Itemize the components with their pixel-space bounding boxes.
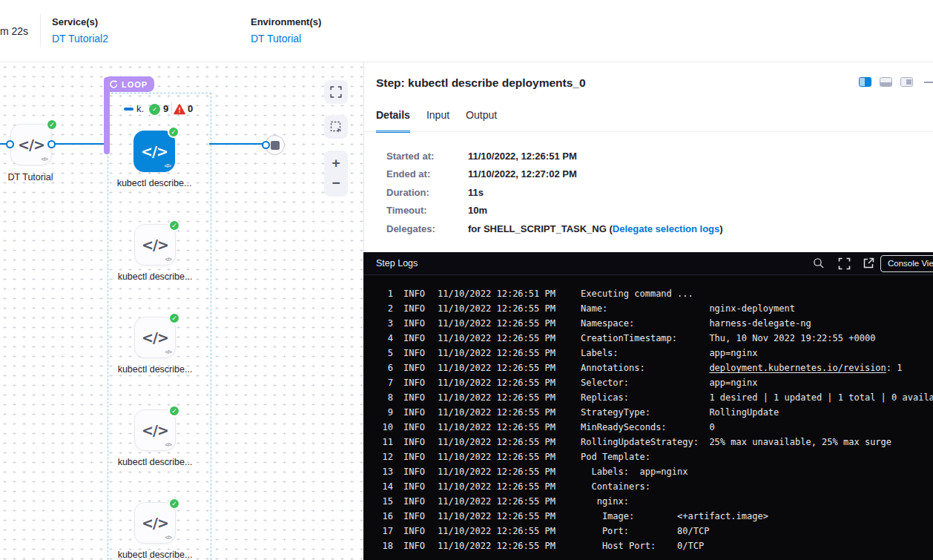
log-timestamp: 11/10/2022 12:26:55 PM — [438, 541, 555, 556]
log-level: INFO — [403, 407, 426, 422]
log-level: INFO — [403, 318, 426, 333]
log-level: INFO — [403, 496, 426, 511]
log-timestamp: 11/10/2022 12:26:55 PM — [438, 496, 555, 511]
log-timestamp: 11/10/2022 12:26:55 PM — [438, 467, 555, 481]
log-message: Image: <+artifact.image> — [581, 511, 768, 526]
step-node-kubectl-describe-2[interactable]: </></>✓ — [134, 317, 176, 358]
step-node-label-1: kubectl describe... — [116, 270, 194, 284]
log-line-2: 2INFO11/10/2022 12:26:55 PMName: nginx-d… — [372, 303, 933, 318]
log-message: Labels: app=nginx — [581, 348, 757, 363]
tab-details[interactable]: Details — [376, 109, 410, 133]
log-message: Name: nginx-deployment — [581, 303, 795, 318]
zoom-in-button[interactable]: + — [324, 155, 348, 171]
success-badge-icon: ✓ — [168, 498, 180, 510]
log-level: INFO — [403, 363, 426, 378]
log-message: Executing command ... — [581, 289, 693, 303]
log-line-number: 12 — [372, 452, 393, 467]
step-node-kubectl-describe-1[interactable]: </></>✓ — [134, 224, 176, 266]
log-timestamp: 11/10/2022 12:26:55 PM — [438, 407, 555, 422]
log-line-17: 17INFO11/10/2022 12:26:55 PM Port: 80/TC… — [372, 526, 933, 541]
log-timestamp: 11/10/2022 12:26:55 PM — [438, 378, 555, 392]
log-level: INFO — [403, 289, 426, 303]
loop-badge-label: LOOP — [122, 80, 148, 89]
log-level: INFO — [403, 481, 426, 496]
log-message: Replicas: 1 desired | 1 updated | 1 tota… — [581, 392, 933, 407]
log-level: INFO — [403, 392, 426, 407]
loop-icon — [109, 80, 118, 88]
minimize-panel-icon[interactable] — [924, 82, 933, 83]
fit-to-screen-button[interactable] — [324, 80, 348, 104]
fullscreen-logs-icon[interactable] — [838, 257, 851, 273]
open-logs-new-tab-icon[interactable] — [863, 257, 874, 272]
log-line-number: 17 — [372, 526, 393, 541]
environments-label: Environment(s) — [251, 16, 321, 27]
log-lines-container[interactable]: 1INFO11/10/2022 12:26:51 PMExecuting com… — [363, 275, 933, 556]
log-line-7: 7INFO11/10/2022 12:26:55 PMSelector: app… — [372, 378, 933, 392]
success-badge-icon: ✓ — [168, 220, 180, 231]
execution-duration: m 22s — [0, 25, 28, 37]
zoom-out-button[interactable]: − — [324, 175, 348, 191]
log-level: INFO — [403, 422, 426, 437]
log-level: INFO — [403, 526, 426, 541]
shell-script-watermark-icon: </> — [165, 441, 171, 448]
field-delegates: Delegates: for SHELL_SCRIPT_TASK_NG (Del… — [386, 220, 723, 238]
port-stage-left — [6, 140, 14, 148]
execution-topbar: m 22s Service(s) DT Tutorial2 Environmen… — [0, 0, 933, 62]
layout-split-view-icon[interactable] — [859, 77, 871, 87]
shell-script-watermark-icon: </> — [165, 256, 171, 263]
shell-script-icon: </> — [141, 143, 168, 159]
log-message: CreationTimestamp: Thu, 10 Nov 2022 19:2… — [581, 333, 875, 348]
log-level: INFO — [403, 378, 426, 392]
stage-node-dt-tutorial[interactable]: </> </> ✓ — [10, 124, 52, 165]
shell-script-icon: </> — [142, 422, 168, 438]
shell-script-icon: </> — [142, 237, 168, 253]
step-logs-panel: Step Logs Console View 1INFO11/10/2022 1… — [363, 252, 933, 560]
delegate-selection-logs-link[interactable]: Delegate selection logs — [613, 223, 720, 234]
tab-input[interactable]: Input — [426, 109, 449, 133]
log-timestamp: 11/10/2022 12:26:55 PM — [438, 348, 555, 363]
success-badge-icon: ✓ — [168, 126, 179, 138]
step-node-kubectl-describe-0[interactable]: </></>✓ — [133, 131, 175, 172]
log-timestamp: 11/10/2022 12:26:55 PM — [438, 481, 555, 496]
log-line-13: 13INFO11/10/2022 12:26:55 PM Labels: app… — [372, 467, 933, 481]
log-line-number: 6 — [372, 363, 393, 378]
layout-right-view-icon[interactable] — [900, 77, 913, 87]
selection-icon — [330, 121, 343, 134]
shell-script-watermark-icon: </> — [164, 162, 171, 169]
step-node-kubectl-describe-3[interactable]: </></>✓ — [134, 409, 176, 451]
service-link[interactable]: DT Tutorial2 — [52, 33, 108, 45]
expand-icon — [330, 86, 342, 98]
collapse-group-button[interactable] — [124, 108, 133, 111]
log-level: INFO — [403, 541, 426, 556]
log-line-number: 16 — [372, 511, 393, 526]
step-details-panel: Step: kubectl describe deployments_0 Det… — [363, 62, 933, 252]
log-message: Pod Template: — [581, 452, 650, 467]
delegates-value-suffix: ) — [719, 223, 722, 234]
count-divider — [171, 102, 172, 115]
log-line-number: 15 — [372, 496, 393, 511]
shell-script-icon: </> — [142, 329, 168, 346]
log-timestamp: 11/10/2022 12:26:55 PM — [438, 363, 555, 378]
log-line-number: 11 — [372, 437, 393, 452]
environment-link[interactable]: DT Tutorial — [251, 33, 321, 45]
log-annotation-link[interactable]: deployment.kubernetes.io/revision — [709, 363, 886, 373]
log-line-5: 5INFO11/10/2022 12:26:55 PMLabels: app=n… — [372, 348, 933, 363]
edge-loop-to-end — [209, 143, 263, 145]
tab-output[interactable]: Output — [466, 109, 497, 133]
pipeline-canvas[interactable]: LOOP k. ✓ 9 0 </> </> ✓ DT Tutorial </><… — [0, 62, 363, 560]
log-line-number: 8 — [372, 392, 393, 407]
step-logs-header: Step Logs Console View — [363, 252, 933, 275]
log-line-number: 5 — [372, 348, 393, 363]
canvas-selection-button[interactable] — [324, 115, 348, 139]
log-line-16: 16INFO11/10/2022 12:26:55 PM Image: <+ar… — [372, 511, 933, 526]
log-timestamp: 11/10/2022 12:26:51 PM — [438, 289, 555, 303]
log-line-15: 15INFO11/10/2022 12:26:55 PM nginx: — [372, 496, 933, 511]
zoom-controls[interactable]: + − — [324, 151, 348, 197]
search-logs-icon[interactable] — [813, 257, 825, 272]
log-message: nginx: — [581, 496, 629, 511]
layout-bottom-view-icon[interactable] — [880, 77, 892, 87]
console-view-button[interactable]: Console View — [880, 255, 933, 272]
step-logs-title: Step Logs — [376, 258, 418, 269]
step-node-kubectl-describe-4[interactable]: </></>✓ — [134, 502, 176, 544]
log-line-4: 4INFO11/10/2022 12:26:55 PMCreationTimes… — [372, 333, 933, 348]
